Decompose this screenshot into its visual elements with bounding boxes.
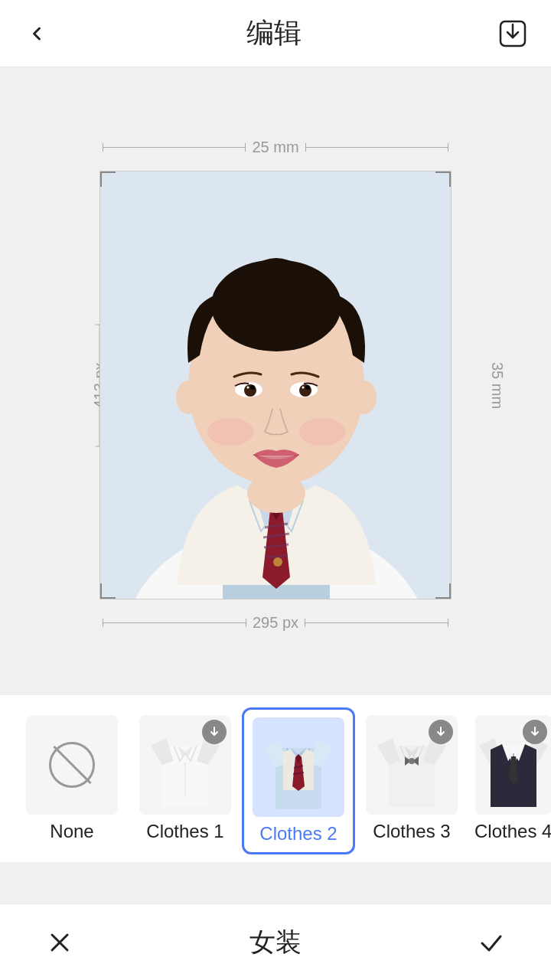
- svg-point-24: [176, 381, 201, 414]
- clothes-thumb-1: [139, 715, 231, 815]
- download-badge-4: [523, 720, 547, 744]
- back-icon: [26, 23, 47, 44]
- clothes-item-2[interactable]: Clothes 2: [242, 707, 355, 854]
- edit-area: 25 mm 413 px 35 mm: [0, 67, 551, 695]
- svg-point-25: [352, 381, 377, 414]
- clothes-label-1: Clothes 1: [146, 821, 223, 842]
- clothes-scroll[interactable]: None Clothes 1: [0, 707, 551, 854]
- corner-tr: [435, 172, 451, 187]
- header: 编辑: [0, 0, 551, 67]
- svg-point-13: [246, 258, 307, 312]
- photo-frame-wrapper: 25 mm 413 px 35 mm: [99, 171, 452, 599]
- download-badge-3: [429, 720, 453, 744]
- clothes-thumb-3: [366, 715, 458, 815]
- export-icon: [496, 17, 530, 51]
- dim-bottom-label: 295 px: [253, 614, 298, 632]
- svg-point-16: [244, 384, 256, 397]
- clothes-item-none[interactable]: None: [15, 707, 129, 854]
- clothes-label-4: Clothes 4: [474, 821, 551, 842]
- svg-point-20: [247, 387, 249, 389]
- corner-br: [435, 583, 451, 599]
- export-button[interactable]: [493, 14, 533, 54]
- clothes-label-none: None: [50, 821, 93, 842]
- bottom-toolbar: 女装: [0, 903, 551, 980]
- download-badge-1: [202, 720, 227, 744]
- clothes-thumb-2: [253, 717, 344, 817]
- photo-container: [99, 171, 452, 599]
- download-icon-1: [207, 725, 221, 739]
- dim-top-label: 25 mm: [252, 139, 298, 156]
- page-title: 编辑: [246, 15, 302, 52]
- clothes-thumb-none: [26, 715, 118, 815]
- svg-point-21: [302, 387, 305, 389]
- clothes-svg-2: [264, 725, 333, 809]
- download-icon-3: [434, 725, 448, 739]
- passport-photo: [100, 172, 452, 599]
- download-icon-4: [528, 725, 542, 739]
- clothes-thumb-4: [475, 715, 551, 815]
- svg-point-23: [299, 418, 345, 446]
- corner-tl: [100, 172, 116, 187]
- svg-point-22: [207, 418, 253, 446]
- clothes-item-4[interactable]: Clothes 4: [468, 707, 551, 854]
- svg-point-32: [409, 758, 415, 764]
- clothes-label-2: Clothes 2: [259, 823, 337, 844]
- none-icon: [49, 742, 95, 788]
- dim-right-label: 35 mm: [489, 361, 507, 408]
- cancel-button[interactable]: [38, 921, 81, 964]
- clothes-label-3: Clothes 3: [373, 821, 450, 842]
- svg-point-18: [250, 385, 255, 390]
- corner-bl: [100, 583, 116, 599]
- clothes-selector: None Clothes 1: [0, 695, 551, 862]
- svg-point-19: [305, 385, 310, 390]
- clothes-item-1[interactable]: Clothes 1: [129, 707, 242, 854]
- confirm-icon: [476, 927, 507, 958]
- confirm-button[interactable]: [470, 921, 513, 964]
- clothes-item-3[interactable]: Clothes 3: [355, 707, 468, 854]
- svg-point-17: [299, 384, 311, 397]
- cancel-icon: [44, 927, 75, 958]
- back-button[interactable]: [18, 15, 55, 52]
- svg-point-9: [273, 557, 282, 567]
- toolbar-center-label: 女装: [249, 925, 302, 960]
